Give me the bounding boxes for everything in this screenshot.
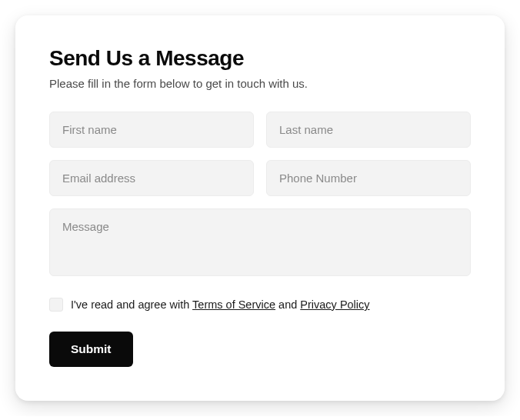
first-name-input[interactable] xyxy=(49,112,254,148)
form-subtitle: Please fill in the form below to get in … xyxy=(49,77,471,90)
consent-row: I've read and agree with Terms of Servic… xyxy=(49,298,471,312)
contact-row xyxy=(49,160,471,196)
consent-prefix: I've read and agree with xyxy=(71,298,192,311)
message-row xyxy=(49,208,471,279)
contact-form-card: Send Us a Message Please fill in the for… xyxy=(15,15,505,401)
name-row xyxy=(49,112,471,148)
consent-text: I've read and agree with Terms of Servic… xyxy=(71,298,370,311)
form-title: Send Us a Message xyxy=(49,46,471,71)
phone-input[interactable] xyxy=(266,160,471,196)
consent-mid: and xyxy=(275,298,300,311)
submit-button[interactable]: Submit xyxy=(49,332,133,367)
email-input[interactable] xyxy=(49,160,254,196)
message-textarea[interactable] xyxy=(49,208,471,276)
last-name-input[interactable] xyxy=(266,112,471,148)
consent-checkbox[interactable] xyxy=(49,298,63,312)
terms-link[interactable]: Terms of Service xyxy=(192,298,275,311)
privacy-link[interactable]: Privacy Policy xyxy=(300,298,369,311)
